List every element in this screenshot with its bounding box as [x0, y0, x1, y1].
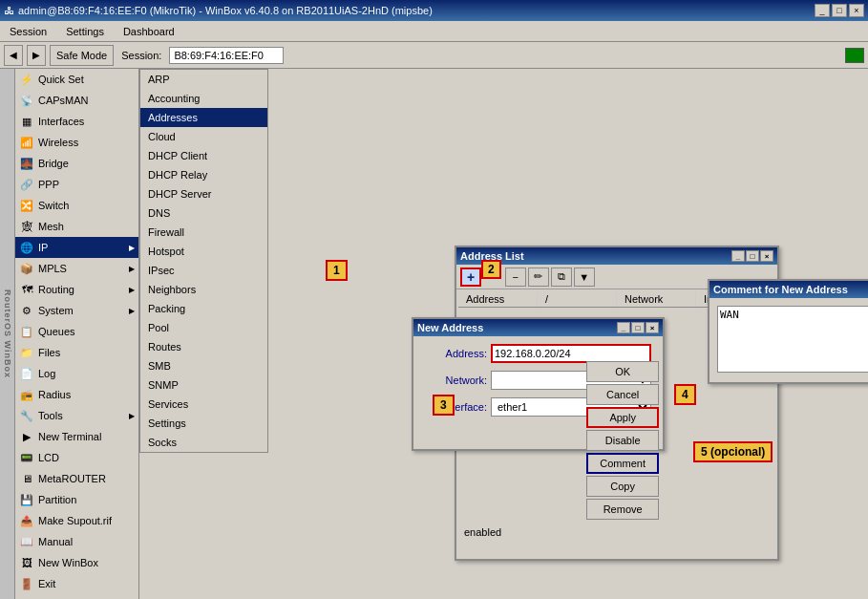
submenu-dhcpclient[interactable]: DHCP Client: [140, 146, 267, 165]
remove-address-button[interactable]: −: [505, 267, 526, 287]
new-address-titlebar[interactable]: New Address _ □ ×: [413, 319, 663, 336]
maximize-button[interactable]: □: [832, 4, 847, 17]
edit-address-button[interactable]: ✏: [528, 267, 549, 287]
sidebar-item-capsman[interactable]: 📡 CAPsMAN: [15, 90, 138, 111]
submenu-smb[interactable]: SMB: [140, 356, 267, 375]
submenu-accounting[interactable]: Accounting: [140, 89, 267, 108]
cancel-button[interactable]: Cancel: [586, 384, 659, 405]
submenu-dhcprelay[interactable]: DHCP Relay: [140, 165, 267, 184]
sidebar-item-queues[interactable]: 📋 Queues: [15, 321, 138, 342]
ip-submenu: ARP Accounting Addresses Cloud DHCP Clie…: [139, 69, 268, 453]
submenu-dns[interactable]: DNS: [140, 203, 267, 223]
sidebar-item-bridge[interactable]: 🌉 Bridge: [15, 153, 138, 174]
sidebar-item-radius[interactable]: 📻 Radius: [15, 384, 138, 405]
main-layout: RouterOS WinBox ⚡ Quick Set 📡 CAPsMAN ▦ …: [0, 69, 868, 599]
submenu-socks[interactable]: Socks: [140, 433, 267, 452]
sidebar-item-exit[interactable]: 🚪 Exit: [15, 573, 138, 594]
close-button[interactable]: ×: [849, 4, 864, 17]
addr-close[interactable]: ×: [760, 250, 773, 262]
sidebar-item-partition[interactable]: 💾 Partition: [15, 489, 138, 510]
quickset-icon: ⚡: [19, 72, 34, 87]
switch-icon: 🔀: [19, 198, 34, 213]
system-icon: ⚙: [19, 303, 34, 318]
sidebar-item-system[interactable]: ⚙ System: [15, 300, 138, 321]
sidebar-item-wireless[interactable]: 📶 Wireless: [15, 132, 138, 153]
col-address[interactable]: Address: [458, 291, 538, 307]
new-address-window: New Address _ □ × Address: Network:: [412, 317, 665, 451]
forward-button[interactable]: ▶: [27, 45, 46, 66]
submenu-dhcpserver[interactable]: DHCP Server: [140, 184, 267, 203]
comment-textarea[interactable]: [717, 306, 868, 373]
submenu-ipsec[interactable]: IPsec: [140, 261, 267, 280]
sidebar-item-metarouter[interactable]: 🖥 MetaROUTER: [15, 468, 138, 489]
session-value: B8:69:F4:16:EE:F0: [169, 47, 284, 64]
submenu-firewall[interactable]: Firewall: [140, 223, 267, 242]
files-icon: 📁: [19, 345, 34, 360]
sidebar-item-ip[interactable]: 🌐 IP: [15, 237, 138, 258]
comment-titlebar[interactable]: Comment for New Address □ ×: [709, 281, 868, 298]
menu-bar: Session Settings Dashboard: [0, 21, 868, 42]
submenu-addresses[interactable]: Addresses: [140, 108, 267, 127]
menu-dashboard[interactable]: Dashboard: [117, 24, 180, 39]
addr-minimize[interactable]: _: [731, 250, 745, 262]
queues-icon: 📋: [19, 324, 34, 339]
sidebar-item-log[interactable]: 📄 Log: [15, 363, 138, 384]
status-text: enabled: [464, 526, 501, 538]
sidebar-item-mesh[interactable]: 🕸 Mesh: [15, 216, 138, 237]
sidebar-item-ppp[interactable]: 🔗 PPP: [15, 174, 138, 195]
sidebar-item-manual[interactable]: 📖 Manual: [15, 531, 138, 552]
mpls-icon: 📦: [19, 261, 34, 276]
back-button[interactable]: ◀: [4, 45, 23, 66]
submenu-neighbors[interactable]: Neighbors: [140, 280, 267, 299]
submenu-cloud[interactable]: Cloud: [140, 127, 267, 146]
remove-button[interactable]: Remove: [586, 499, 659, 520]
sidebar-item-mpls[interactable]: 📦 MPLS: [15, 258, 138, 279]
sidebar-item-routing[interactable]: 🗺 Routing: [15, 279, 138, 300]
title-bar: 🖧 admin@B8:69:F4:16:EE:F0 (MikroTik) - W…: [0, 0, 868, 21]
submenu-pool[interactable]: Pool: [140, 318, 267, 337]
interfaces-icon: ▦: [19, 114, 34, 129]
comment-button[interactable]: Comment: [586, 453, 659, 474]
copy-address-button[interactable]: ⧉: [551, 267, 572, 287]
sidebar-item-switch[interactable]: 🔀 Switch: [15, 195, 138, 216]
apply-button[interactable]: Apply: [586, 407, 659, 428]
submenu-settings[interactable]: Settings: [140, 414, 267, 433]
sidebar-item-makesupout[interactable]: 📤 Make Supout.rif: [15, 510, 138, 531]
addr-maximize[interactable]: □: [746, 250, 759, 262]
app-icon: 🖧: [4, 5, 14, 16]
safe-mode-button[interactable]: Safe Mode: [50, 45, 114, 66]
disable-button[interactable]: Disable: [586, 430, 659, 451]
window-title: admin@B8:69:F4:16:EE:F0 (MikroTik) - Win…: [18, 5, 433, 16]
window-controls: _ □ ×: [815, 4, 864, 17]
sidebar-item-interfaces[interactable]: ▦ Interfaces: [15, 111, 138, 132]
newaddr-close[interactable]: ×: [646, 322, 659, 333]
metarouter-icon: 🖥: [19, 471, 34, 486]
sidebar-item-newwinbox[interactable]: 🖼 New WinBox: [15, 552, 138, 573]
ok-button[interactable]: OK: [586, 361, 659, 382]
submenu-routes[interactable]: Routes: [140, 337, 267, 356]
badge-5: 5 (opcional): [693, 441, 773, 462]
menu-session[interactable]: Session: [4, 24, 53, 39]
mesh-icon: 🕸: [19, 219, 34, 234]
submenu-arp[interactable]: ARP: [140, 70, 267, 89]
submenu-snmp[interactable]: SNMP: [140, 375, 267, 395]
col-network[interactable]: Network: [617, 291, 696, 307]
menu-settings[interactable]: Settings: [60, 24, 110, 39]
copy-button[interactable]: Copy: [586, 476, 659, 497]
newaddr-maximize[interactable]: □: [631, 322, 645, 333]
sidebar-item-tools[interactable]: 🔧 Tools: [15, 405, 138, 426]
submenu-services[interactable]: Services: [140, 395, 267, 414]
add-address-button[interactable]: +: [460, 267, 481, 287]
submenu-hotspot[interactable]: Hotspot: [140, 242, 267, 261]
address-list-titlebar[interactable]: Address List _ □ ×: [456, 247, 777, 265]
sidebar-item-lcd[interactable]: 📟 LCD: [15, 447, 138, 468]
sidebar-item-newterminal[interactable]: ▶ New Terminal: [15, 426, 138, 447]
submenu-packing[interactable]: Packing: [140, 299, 267, 318]
minimize-button[interactable]: _: [815, 4, 830, 17]
sidebar-item-quickset[interactable]: ⚡ Quick Set: [15, 69, 138, 90]
sidebar-item-files[interactable]: 📁 Files: [15, 342, 138, 363]
exit-icon: 🚪: [19, 576, 34, 591]
filter-address-button[interactable]: ▼: [574, 267, 595, 287]
newaddr-minimize[interactable]: _: [617, 322, 630, 333]
session-label: Session:: [117, 48, 165, 63]
